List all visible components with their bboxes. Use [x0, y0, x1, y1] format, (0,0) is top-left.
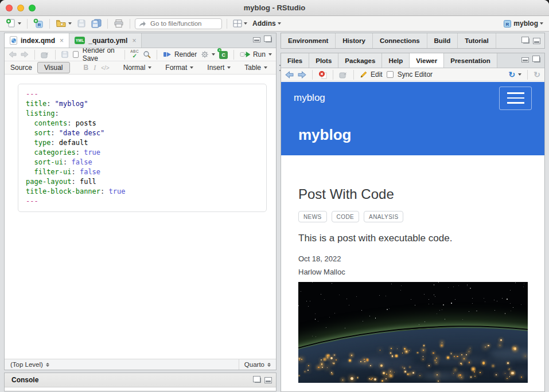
maximize-pane-icon[interactable] [266, 37, 272, 42]
restore-pane-icon[interactable] [523, 38, 529, 44]
save-all-button[interactable] [90, 17, 103, 30]
pane-controls [521, 57, 540, 62]
tab-environment[interactable]: Environment [281, 33, 336, 48]
print-button[interactable] [112, 17, 125, 30]
close-icon[interactable]: × [132, 37, 136, 45]
popout-icon [339, 71, 348, 79]
visual-mode-button[interactable]: Visual [37, 62, 69, 73]
divider [312, 70, 313, 80]
viewer-tab-bar: FilesPlotsPackagesHelpViewerPresentation [281, 53, 544, 68]
divider [130, 19, 130, 29]
tab-connections[interactable]: Connections [373, 33, 427, 48]
sync-publish-button[interactable]: ↻ [509, 70, 522, 79]
blog-post-body: Post With Code NEWSCODEANALYSIS This is … [281, 155, 544, 383]
forward-icon [21, 51, 29, 58]
run-button[interactable]: Run [240, 50, 272, 58]
blog-navbar: myblog [281, 82, 544, 114]
badge-analysis[interactable]: ANALYSIS [364, 211, 403, 222]
editor-content: ---title: "myblog"listing: contents: pos… [5, 75, 276, 359]
close-window-button[interactable] [6, 5, 13, 11]
tab-packages[interactable]: Packages [338, 53, 382, 68]
outline-selector[interactable]: (Top Level) [5, 361, 55, 368]
chevron-down-icon [227, 66, 231, 69]
viewer-content: myblog myblog Post With Code NEWSCODEANA… [281, 82, 544, 391]
divider [333, 70, 333, 80]
paragraph-style-dropdown[interactable]: Normal [123, 64, 152, 72]
new-project-button[interactable]: R [32, 17, 45, 30]
maximize-pane-icon[interactable] [534, 57, 540, 62]
minimize-pane-icon[interactable] [521, 57, 529, 62]
pane-layout-button[interactable] [232, 17, 248, 30]
tab-index-qmd[interactable]: index.qmd × [5, 33, 69, 48]
badge-code[interactable]: CODE [332, 211, 360, 222]
tab-tutorial[interactable]: Tutorial [458, 33, 496, 48]
editor-tab-bar: index.qmd × YML _quarto.yml × [5, 33, 276, 48]
code-line: contents: posts [26, 119, 259, 128]
addins-menu[interactable]: Addins [251, 17, 282, 30]
new-file-button[interactable] [5, 17, 22, 30]
divider [353, 70, 354, 80]
code-line: sort-ui: false [26, 158, 259, 167]
pane-controls [521, 38, 540, 44]
main-toolbar: R Addins R [0, 16, 549, 32]
search-icon[interactable] [143, 50, 151, 58]
file-type-selector[interactable]: Quarto [239, 359, 276, 370]
render-label: Render [174, 50, 197, 58]
code-line: title: "myblog" [26, 99, 259, 109]
divider [233, 50, 234, 60]
format-menu[interactable]: Format [165, 64, 193, 72]
maximize-pane-icon[interactable] [264, 377, 272, 383]
tab-presentation[interactable]: Presentation [444, 53, 497, 68]
project-menu[interactable]: R myblog [502, 17, 544, 30]
render-options-button[interactable] [201, 50, 215, 58]
tab-history[interactable]: History [336, 33, 373, 48]
visual-editor-toolbar: Source Visual B I </> Normal Format Inse… [5, 61, 276, 75]
open-folder-icon [56, 19, 67, 28]
tab-plots[interactable]: Plots [309, 53, 338, 68]
maximize-pane-icon[interactable] [533, 38, 540, 44]
code-line: type: default [26, 138, 259, 148]
code-line: title-block-banner: true [26, 187, 259, 197]
environment-tab-bar: EnvironmentHistoryConnectionsBuildTutori… [281, 33, 496, 48]
blog-navbar-title[interactable]: myblog [294, 92, 325, 104]
stop-icon[interactable] [318, 70, 327, 79]
tab-help[interactable]: Help [382, 53, 410, 68]
console-header[interactable]: Console [5, 373, 276, 387]
project-name: myblog [513, 19, 538, 28]
insert-chunk-button[interactable]: C + [219, 50, 228, 59]
sync-icon: ↻ [509, 70, 516, 79]
hamburger-menu-button[interactable] [499, 87, 532, 110]
edit-button[interactable]: Edit [360, 70, 383, 79]
svg-text:R: R [38, 22, 41, 28]
restore-pane-icon[interactable] [255, 378, 261, 383]
post-author: Harlow Malloc [298, 268, 527, 276]
forward-icon[interactable] [298, 71, 306, 79]
sync-editor-checkbox[interactable] [387, 71, 394, 78]
pane-controls [253, 37, 272, 42]
render-button[interactable]: Render [163, 50, 197, 58]
italic-button: I [94, 64, 96, 72]
open-file-button[interactable] [54, 17, 73, 30]
tab-viewer[interactable]: Viewer [410, 53, 444, 68]
render-on-save-checkbox[interactable] [73, 51, 78, 58]
back-icon[interactable] [285, 71, 294, 79]
chevron-down-icon [268, 53, 272, 56]
badge-news[interactable]: NEWS [298, 211, 327, 222]
table-menu[interactable]: Table [244, 64, 267, 72]
close-icon[interactable]: × [60, 37, 64, 45]
tab-quarto-yml[interactable]: YML _quarto.yml × [69, 33, 142, 48]
minimize-pane-icon[interactable] [253, 37, 260, 42]
yaml-code-block[interactable]: ---title: "myblog"listing: contents: pos… [18, 84, 267, 212]
tab-files[interactable]: Files [281, 53, 309, 68]
zoom-window-button[interactable] [29, 5, 36, 11]
rstudio-window: myblog - RStudio R [0, 0, 549, 392]
source-mode-button[interactable]: Source [10, 64, 32, 72]
minimize-window-button[interactable] [17, 5, 24, 11]
tab-build[interactable]: Build [427, 33, 458, 48]
spellcheck-icon[interactable]: ABC ✓ [130, 50, 139, 59]
goto-file-search[interactable] [135, 18, 222, 29]
save-icon [77, 19, 86, 28]
insert-menu[interactable]: Insert [207, 64, 231, 72]
chevron-down-icon [518, 73, 521, 76]
refresh-icon[interactable]: ↻ [534, 70, 540, 79]
